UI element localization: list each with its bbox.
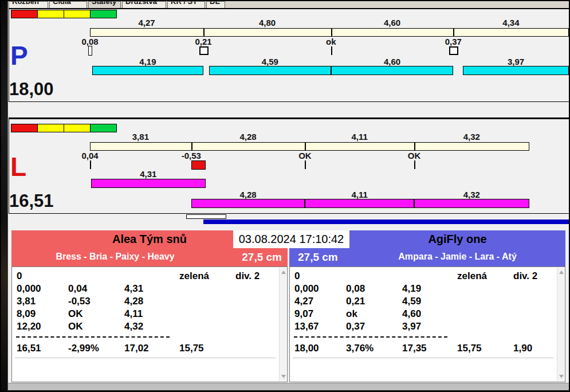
run-split-label: 4,28 [228,190,268,199]
lane-letter-l: L [10,151,26,182]
app-window: RozběhČidlaŠtafetyDružstvaKR / STDE Alea… [0,0,570,392]
left-edge-strip [1,1,8,391]
legend-cell [11,124,38,132]
legend-cell [64,124,91,132]
legend-cell [90,124,117,132]
run-split-bar [331,66,453,75]
legend-cell [90,10,117,18]
run-split-bar [463,66,568,75]
plan-divider [305,142,306,151]
plan-split-label: 4,11 [340,132,380,142]
plan-divider [331,28,332,37]
changeover-thin-box [88,46,92,56]
legend-cell [64,10,91,18]
run-split-bar [91,179,206,188]
lane-total-p: 18,00 [9,79,54,100]
legend-cell [37,124,64,132]
plan-split-label: 4,60 [372,18,412,28]
changeover-box [449,46,458,55]
changeover-tick [331,46,332,55]
run-split-bar [92,66,203,75]
plan-divider [453,28,454,37]
changeover-label: 0,21 [183,37,223,46]
plan-split-label: 4,80 [247,18,287,28]
changeover-label: 0,37 [433,37,473,46]
plan-split-label: 3,81 [120,132,160,142]
changeover-tick [305,160,306,169]
changeover-label: OK [394,151,434,160]
plan-bar [90,142,529,151]
plan-divider [191,142,192,151]
run-split-label: 4,31 [128,169,168,179]
run-split-label: 4,60 [372,57,412,66]
chart-layer: 4,274,804,604,340,080,21ok0,374,194,594,… [1,1,569,391]
lane-letter-p: P [10,40,28,71]
run-split-bar [209,66,331,75]
changeover-label: 0,08 [70,37,110,46]
lane-total-l: 16,51 [9,191,54,211]
changeover-tick [414,160,415,169]
fault-box [191,160,206,170]
plan-bar [90,28,569,37]
run-split-label: 4,59 [250,57,290,66]
changeover-label: 0,04 [70,151,110,160]
changeover-tick [90,160,91,169]
run-split-label: 3,97 [496,57,536,66]
run-split-label: 4,19 [128,57,168,66]
run-split-bar [414,199,529,208]
changeover-box [199,46,209,55]
plan-split-label: 4,34 [491,18,531,28]
legend-cell [37,10,64,18]
plan-split-label: 4,32 [451,132,492,142]
plan-divider [203,28,205,37]
plan-divider [414,142,415,151]
legend-cell [11,10,38,18]
run-split-bar [191,199,305,208]
run-split-label: 4,11 [340,190,380,199]
plan-split-label: 4,27 [127,18,167,28]
changeover-label: ok [311,37,351,46]
changeover-label: -0,53 [171,151,211,160]
run-split-label: 4,32 [451,190,492,199]
changeover-label: OK [285,151,325,160]
run-split-bar [305,199,414,208]
plan-split-label: 4,28 [228,132,268,142]
